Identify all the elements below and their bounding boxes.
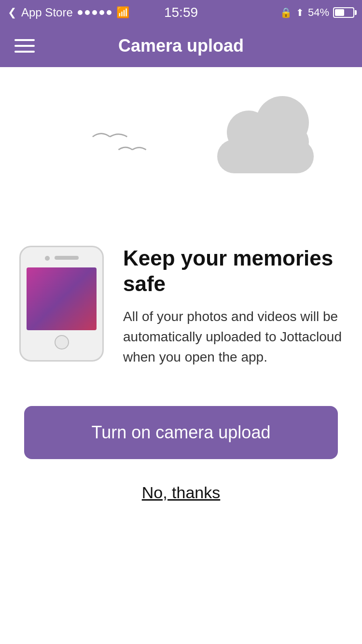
phone-speaker-bar: [55, 256, 79, 260]
hamburger-menu-button[interactable]: [14, 39, 35, 53]
page-title: Camera upload: [118, 36, 244, 56]
phone-home-button: [55, 335, 69, 350]
status-bar: ❮ App Store 📶 15:59 🔒 ⬆ 54%: [0, 0, 362, 25]
hamburger-line-2: [14, 45, 35, 47]
location-icon: ⬆: [296, 7, 304, 18]
battery-percent: 54%: [308, 6, 329, 19]
feature-description: All of your photos and videos will be au…: [123, 307, 343, 367]
lock-icon: 🔒: [280, 7, 292, 18]
phone-screen: [27, 267, 97, 330]
wifi-icon: 📶: [116, 6, 129, 19]
status-left: ❮ App Store 📶: [8, 6, 129, 19]
cloud-illustration: [208, 111, 314, 173]
battery-fill: [335, 9, 344, 16]
feature-row: Keep your memories safe All of your phot…: [0, 246, 362, 367]
phone-camera-dot: [45, 256, 50, 261]
hamburger-line-1: [14, 39, 35, 41]
illustration-area: [19, 96, 343, 212]
feature-text: Keep your memories safe All of your phot…: [123, 246, 343, 367]
app-header: Camera upload: [0, 25, 362, 67]
cloud-bump-3: [275, 125, 309, 159]
phone-device-illustration: [19, 246, 104, 362]
actions-area: Turn on camera upload No, thanks: [0, 396, 362, 517]
main-content: [0, 67, 362, 246]
no-thanks-button[interactable]: No, thanks: [137, 478, 225, 507]
status-time: 15:59: [164, 5, 198, 20]
turn-on-upload-button[interactable]: Turn on camera upload: [24, 406, 338, 459]
hamburger-line-3: [14, 51, 35, 53]
carrier-label: App Store: [21, 6, 73, 19]
signal-indicator: [78, 10, 111, 15]
back-chevron-icon: ❮: [8, 6, 16, 19]
phone-top-area: [45, 256, 79, 261]
battery-bar: [333, 7, 354, 18]
status-right: 🔒 ⬆ 54%: [280, 6, 354, 19]
feature-headline: Keep your memories safe: [123, 246, 343, 297]
